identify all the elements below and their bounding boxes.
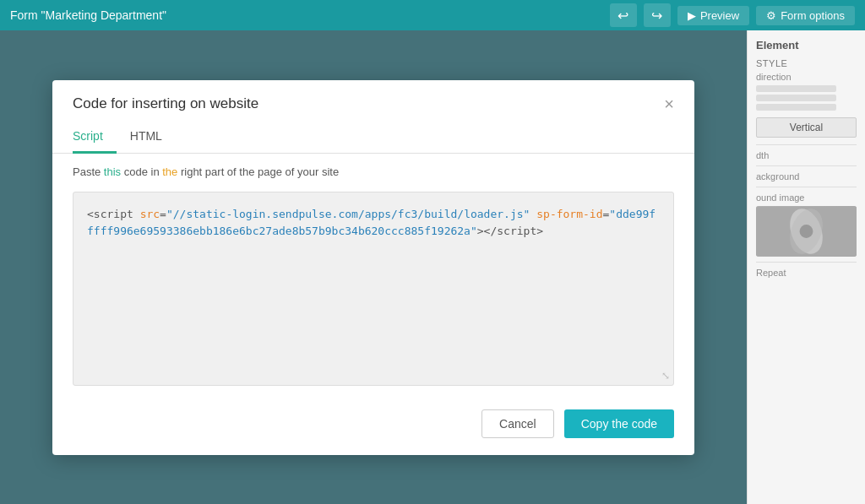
sidebar-element-label: Element [756,39,857,51]
code-area[interactable]: <script src="//static-login.sendpulse.co… [73,192,674,386]
highlight-this: this [104,165,121,178]
sidebar-direction-label: direction [756,72,857,82]
form-title: Form "Marketing Department" [10,8,166,22]
sidebar-bg-image-preview [756,206,857,257]
gear-icon: ⚙ [766,9,776,22]
redo-button[interactable]: ↪ [644,3,671,27]
sidebar-divider-1 [756,144,857,145]
modal-tabs: Script HTML [52,122,694,154]
cancel-button[interactable]: Cancel [481,409,554,438]
modal-title: Code for inserting on website [73,95,258,112]
sidebar-lines [756,85,857,111]
svg-point-3 [800,225,813,238]
canvas-area: Code for inserting on website × Script H… [0,30,747,504]
undo-icon: ↩ [617,8,628,24]
right-sidebar: Element STYLE direction Vertical dth ack… [747,30,865,504]
resize-handle: ⤡ [661,370,670,382]
sidebar-line-1 [756,85,836,92]
modal-dialog: Code for inserting on website × Script H… [52,80,694,455]
copy-code-button[interactable]: Copy the code [564,409,674,438]
highlight-the: the [162,165,177,178]
undo-button[interactable]: ↩ [610,3,637,27]
sidebar-line-2 [756,95,836,101]
sidebar-divider-2 [756,165,857,166]
modal-close-button[interactable]: × [664,95,674,112]
tab-script[interactable]: Script [73,122,117,154]
tab-html[interactable]: HTML [130,122,176,154]
sidebar-background-label: ackground [756,171,857,182]
main-area: Code for inserting on website × Script H… [0,30,865,504]
sidebar-divider-3 [756,187,857,187]
sidebar-vertical-value[interactable]: Vertical [756,117,857,138]
sidebar-divider-4 [756,262,857,263]
sidebar-line-3 [756,104,836,111]
flower-image [756,206,857,257]
sidebar-repeat-label: Repeat [756,268,857,278]
sidebar-style-label: STYLE [756,58,857,68]
top-bar-actions: ↩ ↪ ▶ Preview ⚙ Form options [610,3,855,27]
sidebar-bg-image-label: ound image [756,192,857,203]
form-options-button[interactable]: ⚙ Form options [756,6,855,25]
sidebar-width-label: dth [756,150,857,160]
modal-overlay: Code for inserting on website × Script H… [0,30,747,504]
preview-button[interactable]: ▶ Preview [677,6,749,25]
preview-icon: ▶ [688,9,696,22]
modal-header: Code for inserting on website × [52,80,694,122]
modal-description: Paste this code in the right part of the… [52,154,694,185]
modal-footer: Cancel Copy the code [52,399,694,455]
top-bar: Form "Marketing Department" ↩ ↪ ▶ Previe… [0,0,865,30]
redo-icon: ↪ [651,8,662,24]
code-text: <script src="//static-login.sendpulse.co… [87,206,660,241]
